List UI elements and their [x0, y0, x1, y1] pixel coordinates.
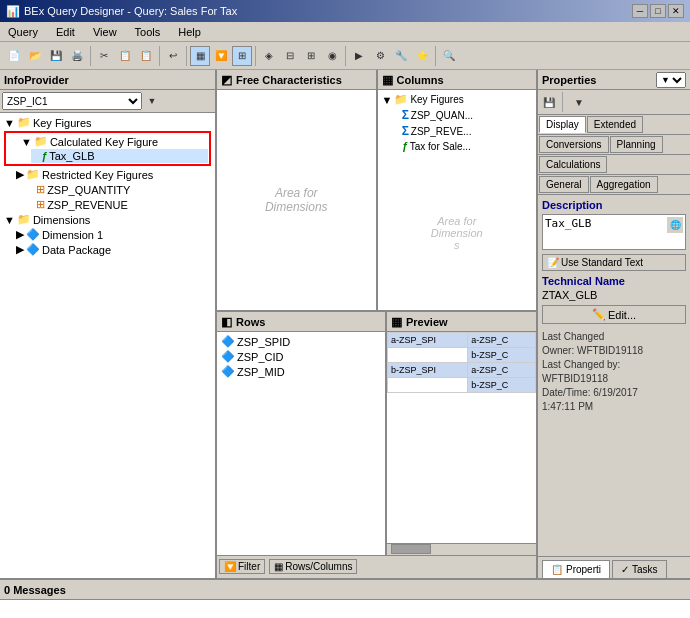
tb-save[interactable]: 💾	[46, 46, 66, 66]
tree-tax-glb[interactable]: ƒ Tax_GLB	[31, 149, 208, 163]
tb-btn7[interactable]: ⊞	[301, 46, 321, 66]
title-bar-title: 📊 BEx Query Designer - Query: Sales For …	[6, 5, 237, 18]
main-layout: InfoProvider ZSP_IC1 ▼ ▼ 📁 Key Figures	[0, 70, 690, 578]
col-zsp-quan[interactable]: Σ ZSP_QUAN...	[392, 107, 535, 123]
filter-button[interactable]: 🔽 Filter	[219, 559, 265, 574]
row-zsp-mid[interactable]: 🔷 ZSP_MID	[219, 364, 383, 379]
tb-btn6[interactable]: ⊟	[280, 46, 300, 66]
tb-btn11[interactable]: ⭐	[412, 46, 432, 66]
free-chars-area-text: Area forDimensions	[265, 186, 328, 214]
rows-label: Rows	[236, 316, 265, 328]
tree-dimension1[interactable]: ▶ 🔷 Dimension 1	[14, 227, 213, 242]
tab-properties[interactable]: 📋 Properti	[542, 560, 610, 578]
tree-restricted-kf[interactable]: ▶ 📁 Restricted Key Figures	[14, 167, 213, 182]
scroll-thumb[interactable]	[391, 544, 431, 554]
technical-name-value: ZTAX_GLB	[542, 289, 686, 301]
last-changed-section: Last Changed Owner: WFTBID19118 Last Cha…	[542, 330, 686, 414]
row-zsp-cid[interactable]: 🔷 ZSP_CID	[219, 349, 383, 364]
tree-calc-kf[interactable]: ▼ 📁 Calculated Key Figure	[19, 134, 208, 149]
tb-filter[interactable]: 🔽	[211, 46, 231, 66]
col-kf-icon2: Σ	[402, 124, 409, 138]
props-save-btn[interactable]: 💾	[540, 93, 558, 111]
tb-paste[interactable]: 📋	[136, 46, 156, 66]
messages-label: 0 Messages	[4, 584, 66, 596]
tab-planning[interactable]: Planning	[610, 136, 663, 153]
tree-tax-glb-label: Tax_GLB	[49, 150, 94, 162]
minimize-button[interactable]: ─	[632, 4, 648, 18]
dp-icon: 🔷	[26, 243, 40, 256]
tab-aggregation[interactable]: Aggregation	[590, 176, 658, 193]
edit-button[interactable]: ✏️ Edit...	[542, 305, 686, 324]
tb-btn5[interactable]: ◈	[259, 46, 279, 66]
info-provider-settings[interactable]: ▼	[144, 93, 160, 109]
owner-text: Owner: WFTBID19118	[542, 344, 686, 358]
menu-help[interactable]: Help	[174, 25, 205, 39]
rows-cols-button[interactable]: ▦ Rows/Columns	[269, 559, 357, 574]
preview-grid: a-ZSP_SPI a-ZSP_C b-ZSP_C b-ZSP_SPI a-ZS…	[387, 332, 536, 542]
info-provider-label: InfoProvider	[4, 74, 69, 86]
date-time-value: Date/Time: 6/19/2017	[542, 386, 686, 400]
expand-icon-d1: ▶	[16, 228, 24, 241]
tb-sep1	[90, 46, 91, 66]
tab-conversions[interactable]: Conversions	[539, 136, 609, 153]
row-zsp-spid[interactable]: 🔷 ZSP_SPID	[219, 334, 383, 349]
col-tax-sale[interactable]: ƒ Tax for Sale...	[392, 139, 535, 153]
title-bar-controls[interactable]: ─ □ ✕	[632, 4, 684, 18]
tb-cut[interactable]: ✂	[94, 46, 114, 66]
maximize-button[interactable]: □	[650, 4, 666, 18]
menu-tools[interactable]: Tools	[131, 25, 165, 39]
tb-btn10[interactable]: 🔧	[391, 46, 411, 66]
info-provider-panel: InfoProvider ZSP_IC1 ▼ ▼ 📁 Key Figures	[0, 70, 217, 578]
technical-name-label: Technical Name	[542, 275, 686, 287]
tb-btn8[interactable]: ◉	[322, 46, 342, 66]
col-kf-root[interactable]: ▼ 📁 Key Figures	[380, 92, 535, 107]
description-box: Tax_GLB 🌐	[542, 214, 686, 250]
menu-query[interactable]: Query	[4, 25, 42, 39]
props-dropdown-btn[interactable]: ▼	[567, 93, 591, 111]
tree-keyfigures-root[interactable]: ▼ 📁 Key Figures	[2, 115, 213, 130]
tb-open[interactable]: 📂	[25, 46, 45, 66]
tree-dimensions[interactable]: ▼ 📁 Dimensions	[2, 212, 213, 227]
close-button[interactable]: ✕	[668, 4, 684, 18]
folder-icon: 📁	[17, 116, 31, 129]
preview-hscroll[interactable]	[387, 543, 536, 555]
tab-calculations[interactable]: Calculations	[539, 156, 607, 173]
tb-new[interactable]: 📄	[4, 46, 24, 66]
tb-undo[interactable]: ↩	[163, 46, 183, 66]
tree-zsp-quantity[interactable]: ⊞ ZSP_QUANTITY	[26, 182, 213, 197]
tb-print[interactable]: 🖨️	[67, 46, 87, 66]
tb-btn12[interactable]: 🔍	[439, 46, 459, 66]
messages-content	[0, 600, 690, 618]
col-zsp-reve[interactable]: Σ ZSP_REVE...	[392, 123, 535, 139]
preview-cell: a-ZSP_SPI	[388, 333, 468, 348]
col-folder-icon: 📁	[394, 93, 408, 106]
use-standard-text-button[interactable]: 📝 Use Standard Text	[542, 254, 686, 271]
tb-btn9[interactable]: ⚙	[370, 46, 390, 66]
tree-keyfigures-label: Key Figures	[33, 117, 92, 129]
columns-area: Area forDimensions	[378, 155, 537, 310]
tree-restricted-kf-label: Restricted Key Figures	[42, 169, 153, 181]
desc-icon-btn[interactable]: 🌐	[667, 217, 683, 233]
info-provider-dropdown[interactable]: ZSP_IC1	[2, 92, 142, 110]
expand-icon-dim: ▼	[4, 214, 15, 226]
properties-dropdown[interactable]: ▼	[656, 72, 686, 88]
tb-grid[interactable]: ⊞	[232, 46, 252, 66]
tab-general[interactable]: General	[539, 176, 589, 193]
tree-data-package[interactable]: ▶ 🔷 Data Package	[14, 242, 213, 257]
tb-sep3	[186, 46, 187, 66]
tab-tasks[interactable]: ✓ Tasks	[612, 560, 667, 578]
description-textarea[interactable]: Tax_GLB	[545, 217, 665, 247]
props-tabs-row4: General Aggregation	[538, 175, 690, 195]
tb-copy[interactable]: 📋	[115, 46, 135, 66]
tree-zsp-revenue[interactable]: ⊞ ZSP_REVENUE	[26, 197, 213, 212]
tab-display[interactable]: Display	[539, 116, 586, 133]
tb-table-view[interactable]: ▦	[190, 46, 210, 66]
info-provider-tree: ▼ 📁 Key Figures ▼ 📁 Calculated Key Figur…	[0, 113, 215, 578]
properties-header: Properties ▼	[538, 70, 690, 90]
properties-panel: Properties ▼ 💾 ▼ Display Extended Conver…	[538, 70, 690, 578]
preview-cell: b-ZSP_SPI	[388, 363, 468, 378]
menu-edit[interactable]: Edit	[52, 25, 79, 39]
menu-view[interactable]: View	[89, 25, 121, 39]
tab-extended[interactable]: Extended	[587, 116, 643, 133]
tb-run[interactable]: ▶	[349, 46, 369, 66]
